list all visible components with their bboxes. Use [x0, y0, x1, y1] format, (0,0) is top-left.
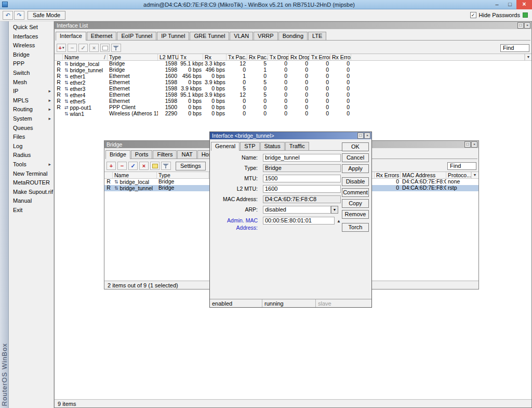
- cancel-button[interactable]: Cancel: [342, 153, 369, 162]
- find-button[interactable]: Find: [500, 44, 529, 52]
- column-header-name[interactable]: Name/: [63, 54, 108, 60]
- column-header-tx[interactable]: Tx: [179, 54, 203, 60]
- column-header-name[interactable]: Name: [113, 172, 157, 178]
- column-header-rx-errors[interactable]: Rx Errors: [330, 54, 351, 60]
- table-row[interactable]: R ⇄ppp-out1 PPP Client 1500 0 bps 0 bps …: [55, 104, 531, 111]
- sidebar-item[interactable]: Radius: [9, 151, 54, 160]
- column-header-tx-errors[interactable]: Tx Errors: [310, 54, 330, 60]
- remove-button[interactable]: −: [117, 162, 127, 170]
- tab[interactable]: VLAN: [230, 32, 253, 40]
- column-header-l2mtu[interactable]: L2 MTU: [158, 54, 179, 60]
- tab[interactable]: Bonding: [278, 32, 308, 40]
- sidebar-item[interactable]: Make Supout.rif: [9, 188, 54, 197]
- column-header-tx-packet[interactable]: Tx Pac...: [227, 54, 247, 60]
- tab[interactable]: IP Tunnel: [157, 32, 189, 40]
- l2mtu-input[interactable]: 1600: [263, 185, 341, 193]
- table-row[interactable]: R ⇅ether3 Ethernet 1598 3.9 kbps 0 bps 5…: [55, 86, 531, 92]
- sidebar-item[interactable]: Quick Set: [9, 23, 54, 32]
- interface-list-titlebar[interactable]: Interface List □ ×: [55, 22, 531, 29]
- filter-button[interactable]: [161, 162, 171, 170]
- close-icon[interactable]: ×: [364, 133, 370, 139]
- column-chooser-icon[interactable]: ▼: [525, 54, 531, 60]
- column-header-mac[interactable]: MAC Address: [401, 172, 446, 178]
- arp-select[interactable]: disabled: [263, 206, 331, 214]
- sidebar-item[interactable]: IP ▸: [9, 87, 54, 96]
- column-header-rx-packet[interactable]: Rx Pac...: [247, 54, 268, 60]
- dialog-titlebar[interactable]: Interface <bridge_tunnel> □ ×: [210, 132, 371, 139]
- minimize-icon[interactable]: –: [490, 0, 503, 9]
- tab[interactable]: Ports: [131, 150, 153, 159]
- maximize-icon[interactable]: □: [503, 0, 516, 9]
- add-button[interactable]: +▾: [57, 44, 66, 52]
- tab[interactable]: VRRP: [254, 32, 278, 40]
- column-header-flag[interactable]: [104, 172, 113, 178]
- restore-icon[interactable]: □: [357, 133, 364, 139]
- collapse-field-icon[interactable]: ▲: [337, 218, 341, 225]
- sidebar-item[interactable]: New Terminal: [9, 169, 54, 179]
- column-chooser-icon[interactable]: ▼: [471, 172, 478, 178]
- find-button[interactable]: Find: [447, 162, 476, 170]
- remove-button[interactable]: Remove: [342, 210, 369, 219]
- name-input[interactable]: bridge_tunnel: [263, 154, 341, 162]
- enable-button[interactable]: ✓: [128, 162, 138, 170]
- safe-mode-button[interactable]: Safe Mode: [28, 11, 65, 20]
- settings-button[interactable]: Settings: [176, 162, 206, 170]
- tab[interactable]: EoIP Tunnel: [117, 32, 156, 40]
- tab[interactable]: Traffic: [285, 142, 309, 150]
- tab[interactable]: Status: [260, 142, 285, 150]
- column-header-type[interactable]: Type: [157, 172, 209, 178]
- sidebar-item[interactable]: MPLS ▸: [9, 96, 54, 106]
- column-header-tx-drops[interactable]: Tx Drops: [268, 54, 289, 60]
- admin-mac-input[interactable]: 00:00:5E:80:01:01: [263, 217, 335, 225]
- table-row[interactable]: R ⇅ether4 Ethernet 1598 95.1 kbps 3.9 kb…: [55, 92, 531, 98]
- disable-button[interactable]: ×: [89, 44, 99, 52]
- sidebar-item[interactable]: Queues: [9, 124, 54, 133]
- mtu-input[interactable]: 1500: [263, 175, 341, 182]
- table-row[interactable]: R ⇅ether2 Ethernet 1598 0 bps 3.9 kbps 0…: [55, 80, 531, 86]
- comment-button[interactable]: Comment: [342, 188, 369, 197]
- tab[interactable]: Bridge: [105, 150, 130, 159]
- add-button[interactable]: +: [107, 162, 116, 170]
- sidebar-item[interactable]: PPP: [9, 59, 54, 69]
- disable-button[interactable]: Disable: [342, 177, 369, 186]
- table-row[interactable]: R ⇅ether1 Ethernet 1600 456 bps 0 bps 1 …: [55, 73, 531, 80]
- tab[interactable]: Filters: [153, 150, 177, 159]
- undo-icon[interactable]: ↶: [3, 11, 13, 20]
- remove-button[interactable]: −: [68, 44, 77, 52]
- comment-button[interactable]: [150, 162, 159, 170]
- tab[interactable]: STP: [240, 142, 259, 150]
- sidebar-item[interactable]: Tools ▸: [9, 160, 54, 169]
- column-header-rx[interactable]: Rx: [203, 54, 227, 60]
- comment-button[interactable]: [100, 44, 110, 52]
- sidebar-item[interactable]: Bridge: [9, 50, 54, 60]
- ok-button[interactable]: OK: [342, 142, 369, 151]
- column-header-protocol[interactable]: Protoco...: [446, 172, 471, 178]
- tab[interactable]: LTE: [308, 32, 326, 40]
- restore-icon[interactable]: □: [464, 141, 471, 148]
- sidebar-item[interactable]: Log: [9, 142, 54, 151]
- sidebar-item[interactable]: Mesh: [9, 78, 54, 87]
- restore-icon[interactable]: □: [517, 22, 524, 29]
- sidebar-item[interactable]: Switch: [9, 69, 54, 78]
- table-row[interactable]: ⇅wlan1 Wireless (Atheros 11N) 2290 0 bps…: [55, 111, 531, 117]
- sidebar-item[interactable]: Files: [9, 133, 54, 142]
- sidebar-item[interactable]: Routing ▸: [9, 105, 54, 114]
- column-header-type[interactable]: Type: [108, 54, 158, 60]
- table-row[interactable]: R ⇅bridge_tunnel Bridge 1598 0 bps 496 b…: [55, 67, 531, 73]
- sidebar-item[interactable]: System ▸: [9, 114, 54, 124]
- close-icon[interactable]: ×: [471, 141, 477, 148]
- enable-button[interactable]: ✓: [78, 44, 88, 52]
- close-icon[interactable]: ×: [516, 0, 532, 9]
- column-header-rx-drops[interactable]: Rx Drops: [289, 54, 310, 60]
- disable-button[interactable]: ×: [139, 162, 149, 170]
- sidebar-item[interactable]: Interfaces: [9, 32, 54, 42]
- apply-button[interactable]: Apply: [342, 164, 369, 173]
- tab[interactable]: Ethernet: [87, 32, 117, 40]
- hide-passwords-checkbox[interactable]: ✓: [470, 12, 476, 18]
- copy-button[interactable]: Copy: [342, 199, 369, 208]
- filter-button[interactable]: [111, 44, 121, 52]
- close-icon[interactable]: ×: [524, 22, 530, 29]
- arp-dropdown-icon[interactable]: ▼: [331, 206, 338, 214]
- column-header-flag[interactable]: [55, 54, 63, 60]
- table-row[interactable]: R ⇅ether5 Ethernet 1598 0 bps 0 bps 0 0 …: [55, 98, 531, 104]
